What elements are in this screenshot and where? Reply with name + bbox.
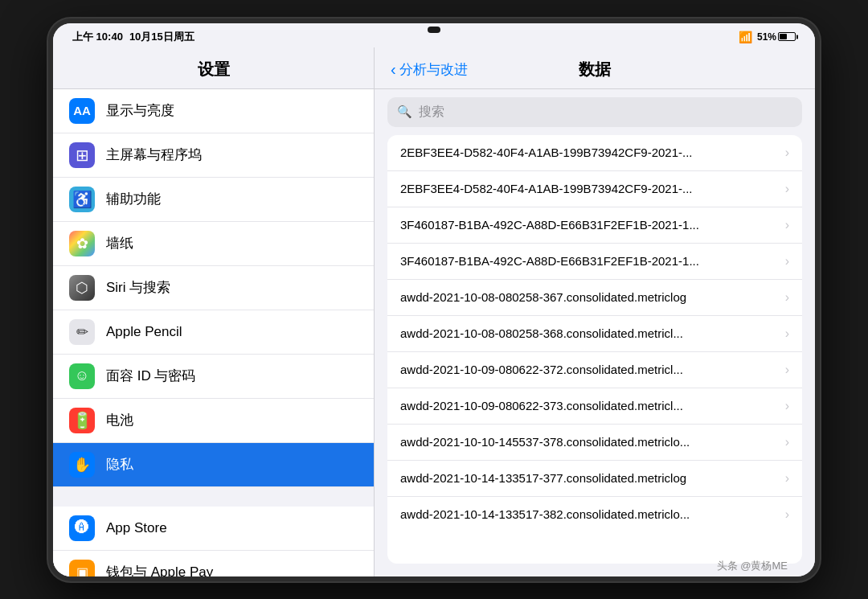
display-icon: AA [69,98,95,124]
data-item-name: awdd-2021-10-09-080622-372.consolidated.… [400,363,779,376]
sidebar-item-privacy[interactable]: ✋ 隐私 [53,443,374,487]
watermark: 头条 @黄杨ME [717,559,788,573]
sidebar-item-display[interactable]: AA 显示与亮度 [53,89,374,133]
status-right: 📶 51% [739,31,796,43]
sidebar-label-battery: 电池 [106,411,133,429]
battery-fill [780,34,787,39]
search-placeholder: 搜索 [419,104,444,121]
sidebar-title: 设置 [53,47,374,89]
sidebar-label-home: 主屏幕与程序坞 [106,146,202,164]
sidebar-label-pencil: Apple Pencil [106,324,182,340]
data-item-chevron-icon: › [785,290,789,305]
data-item-chevron-icon: › [785,218,789,232]
sidebar-label-faceid: 面容 ID 与密码 [106,367,195,385]
data-item-chevron-icon: › [785,254,789,269]
back-label: 分析与改进 [399,60,468,79]
data-item-name: awdd-2021-10-08-080258-368.consolidated.… [400,326,779,340]
back-button[interactable]: ‹ 分析与改进 [391,60,468,79]
sidebar-label-accessibility: 辅助功能 [106,190,161,208]
main-content: 设置 AA 显示与亮度 ⊞ 主屏幕与程序坞 ♿ 辅助功能 [53,47,815,576]
data-list-item[interactable]: awdd-2021-10-09-080622-373.consolidated.… [387,388,802,425]
time-display: 上午 10:40 [72,30,123,44]
data-item-name: awdd-2021-10-14-133517-382.consolidated.… [400,507,779,521]
wallpaper-icon: ✿ [69,231,95,256]
data-item-chevron-icon: › [785,363,789,377]
sidebar-group-gap [53,487,374,507]
right-panel: ‹ 分析与改进 数据 🔍 搜索 2EBF3EE4-D582-40F4-A1AB-… [375,47,815,576]
siri-icon: ⬡ [69,275,95,301]
appstore-icon: 🅐 [69,515,95,541]
faceid-icon: ☺ [69,363,95,389]
data-list-item[interactable]: awdd-2021-10-09-080622-372.consolidated.… [387,352,802,388]
sidebar-label-wallpaper: 墙纸 [106,234,133,252]
right-header: ‹ 分析与改进 数据 [375,47,815,89]
data-item-name: awdd-2021-10-14-133517-377.consolidated.… [400,471,779,485]
data-item-chevron-icon: › [785,435,789,449]
battery-icon: 🔋 [69,408,95,433]
status-left: 上午 10:40 10月15日周五 [72,30,194,44]
sidebar-label-wallet: 钱包与 Apple Pay [106,563,213,576]
data-list: 2EBF3EE4-D582-40F4-A1AB-199B73942CF9-202… [387,135,802,564]
data-list-item[interactable]: 2EBF3EE4-D582-40F4-A1AB-199B73942CF9-202… [387,171,802,207]
data-item-name: 2EBF3EE4-D582-40F4-A1AB-199B73942CF9-202… [400,146,779,159]
data-item-chevron-icon: › [785,146,789,160]
sidebar: 设置 AA 显示与亮度 ⊞ 主屏幕与程序坞 ♿ 辅助功能 [53,47,375,576]
data-item-name: 3F460187-B1BA-492C-A88D-E66B31F2EF1B-202… [400,254,779,268]
sidebar-item-battery[interactable]: 🔋 电池 [53,399,374,443]
search-icon: 🔍 [397,105,412,119]
battery-indicator: 51% [757,31,796,43]
data-item-chevron-icon: › [785,182,789,196]
sidebar-label-display: 显示与亮度 [106,101,174,120]
data-item-name: 2EBF3EE4-D582-40F4-A1AB-199B73942CF9-202… [400,182,779,195]
sidebar-item-siri[interactable]: ⬡ Siri 与搜索 [53,266,374,310]
data-list-item[interactable]: awdd-2021-10-10-145537-378.consolidated.… [387,425,802,461]
data-item-chevron-icon: › [785,471,789,486]
sidebar-label-siri: Siri 与搜索 [106,278,170,297]
camera-notch [428,27,440,33]
sidebar-label-appstore: App Store [106,520,167,536]
data-list-item[interactable]: awdd-2021-10-08-080258-368.consolidated.… [387,316,802,352]
device-frame: 上午 10:40 10月15日周五 📶 51% 设置 [48,18,820,581]
sidebar-list: AA 显示与亮度 ⊞ 主屏幕与程序坞 ♿ 辅助功能 ✿ 墙纸 [53,89,374,576]
data-list-item[interactable]: awdd-2021-10-14-133517-377.consolidated.… [387,461,802,497]
privacy-icon: ✋ [69,452,95,478]
pencil-icon: ✏ [69,319,95,345]
data-item-chevron-icon: › [785,326,789,341]
sidebar-item-wallet[interactable]: ▣ 钱包与 Apple Pay [53,551,374,576]
sidebar-label-privacy: 隐私 [106,455,133,474]
data-item-name: 3F460187-B1BA-492C-A88D-E66B31F2EF1B-202… [400,218,779,232]
sidebar-item-pencil[interactable]: ✏ Apple Pencil [53,310,374,355]
back-chevron-icon: ‹ [391,60,396,79]
date-display: 10月15日周五 [129,30,194,44]
sidebar-item-wallpaper[interactable]: ✿ 墙纸 [53,222,374,266]
home-icon: ⊞ [69,142,95,168]
data-list-item[interactable]: awdd-2021-10-08-080258-367.consolidated.… [387,280,802,316]
data-list-item[interactable]: 3F460187-B1BA-492C-A88D-E66B31F2EF1B-202… [387,244,802,280]
data-list-item[interactable]: 3F460187-B1BA-492C-A88D-E66B31F2EF1B-202… [387,207,802,244]
accessibility-icon: ♿ [69,187,95,212]
data-item-chevron-icon: › [785,507,789,522]
data-item-name: awdd-2021-10-08-080258-367.consolidated.… [400,290,779,304]
sidebar-item-accessibility[interactable]: ♿ 辅助功能 [53,178,374,222]
search-bar[interactable]: 🔍 搜索 [387,97,802,127]
data-list-item[interactable]: awdd-2021-10-14-133517-382.consolidated.… [387,497,802,532]
device-screen: 上午 10:40 10月15日周五 📶 51% 设置 [53,23,815,576]
wifi-icon: 📶 [739,31,752,43]
battery-percent: 51% [757,31,776,43]
data-list-item[interactable]: 2EBF3EE4-D582-40F4-A1AB-199B73942CF9-202… [387,135,802,171]
sidebar-item-home[interactable]: ⊞ 主屏幕与程序坞 [53,133,374,178]
wallet-icon: ▣ [69,560,95,576]
sidebar-item-appstore[interactable]: 🅐 App Store [53,507,374,551]
battery-bar [778,32,796,41]
data-item-chevron-icon: › [785,399,789,413]
data-item-name: awdd-2021-10-09-080622-373.consolidated.… [400,399,779,412]
sidebar-item-faceid[interactable]: ☺ 面容 ID 与密码 [53,355,374,399]
data-item-name: awdd-2021-10-10-145537-378.consolidated.… [400,435,779,449]
